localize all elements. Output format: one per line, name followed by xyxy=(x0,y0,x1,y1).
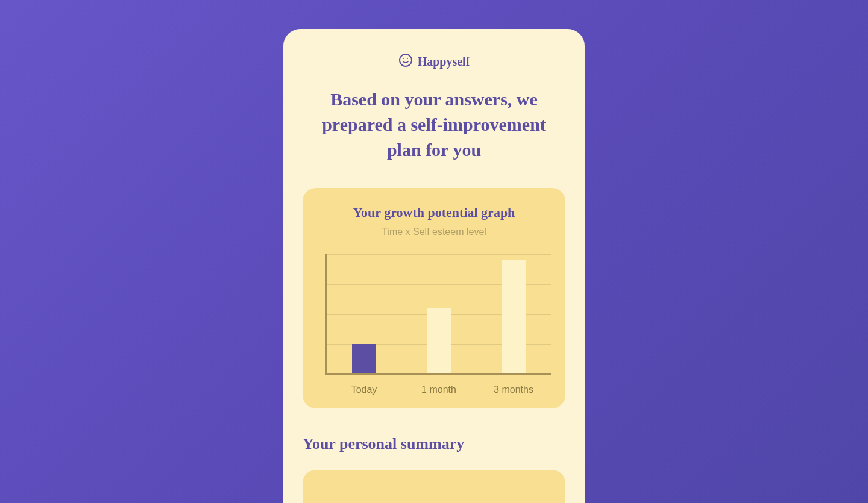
chart-category-label: 3 months xyxy=(476,384,551,395)
chart-plot xyxy=(317,254,551,375)
summary-card xyxy=(303,470,565,503)
smile-icon xyxy=(398,53,413,70)
chart-subtitle: Time x Self esteem level xyxy=(317,227,551,237)
chart-bar xyxy=(427,308,451,373)
svg-point-0 xyxy=(400,54,412,66)
bar-slot xyxy=(476,254,551,373)
x-axis xyxy=(326,373,551,375)
chart-card: Your growth potential graph Time x Self … xyxy=(303,188,565,408)
bar-slot xyxy=(327,254,401,373)
chart-bar xyxy=(502,260,526,373)
plan-card: Happyself Based on your answers, we prep… xyxy=(283,29,585,503)
page-headline: Based on your answers, we prepared a sel… xyxy=(303,87,565,163)
chart-title: Your growth potential graph xyxy=(317,205,551,220)
brand: Happyself xyxy=(303,53,565,70)
bar-slot xyxy=(401,254,476,373)
chart-category-label: 1 month xyxy=(401,384,476,395)
chart-category-label: Today xyxy=(327,384,401,395)
chart-labels: Today1 month3 months xyxy=(317,384,551,395)
chart-bar xyxy=(352,344,376,374)
summary-heading: Your personal summary xyxy=(303,435,565,453)
chart-bars xyxy=(327,254,551,373)
brand-name: Happyself xyxy=(418,55,470,69)
